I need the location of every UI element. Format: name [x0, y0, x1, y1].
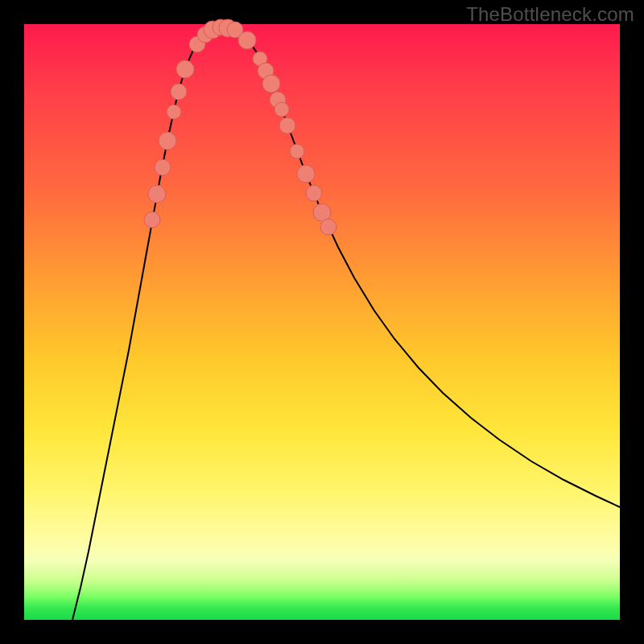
scatter-point	[176, 60, 194, 78]
scatter-point	[171, 84, 187, 100]
chart-frame: TheBottleneck.com	[0, 0, 644, 644]
scatter-point	[238, 31, 256, 49]
scatter-point	[279, 118, 295, 134]
bottleneck-curve	[72, 27, 620, 620]
watermark-text: TheBottleneck.com	[466, 3, 634, 26]
scatter-point	[167, 105, 181, 119]
scatter-point	[297, 165, 315, 183]
scatter-point	[290, 144, 304, 159]
scatter-points-group	[144, 19, 336, 235]
scatter-point	[275, 102, 289, 117]
scatter-point	[148, 185, 166, 203]
scatter-point	[144, 212, 160, 228]
scatter-point	[159, 132, 176, 150]
scatter-point	[320, 219, 336, 235]
plot-area	[24, 24, 620, 620]
scatter-point	[306, 185, 322, 201]
chart-svg	[24, 24, 620, 620]
scatter-point	[262, 75, 280, 93]
scatter-point	[155, 159, 171, 175]
